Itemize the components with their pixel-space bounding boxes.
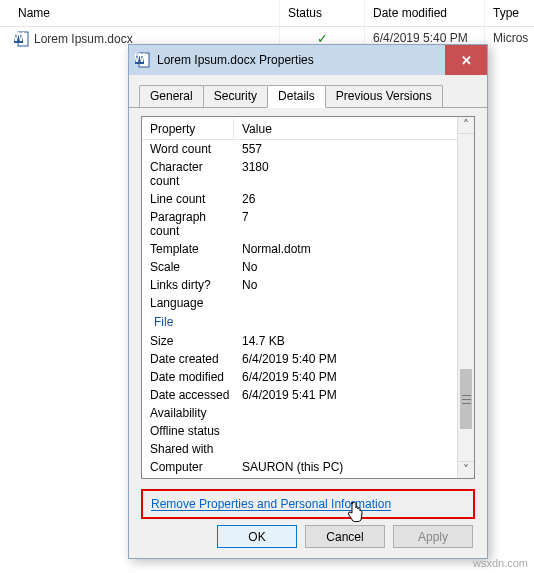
remove-properties-link[interactable]: Remove Properties and Personal Informati… (151, 497, 391, 511)
prop-value (234, 440, 457, 458)
scroll-down-button[interactable]: ˅ (458, 461, 474, 478)
word-doc-icon: W (14, 31, 30, 47)
property-row[interactable]: Paragraph count7 (142, 208, 457, 240)
tab-body: Property Value Word count557 Character c… (129, 108, 487, 558)
scroll-up-button[interactable]: ˄ (458, 117, 474, 134)
prop-value: 14.7 KB (234, 332, 457, 350)
close-icon: ✕ (461, 53, 472, 68)
property-row[interactable]: Date created6/4/2019 5:40 PM (142, 350, 457, 368)
titlebar[interactable]: W Lorem Ipsum.docx Properties ✕ (129, 45, 487, 75)
prop-label: Paragraph count (142, 208, 234, 240)
prop-value: No (234, 276, 457, 294)
property-row[interactable]: Links dirty?No (142, 276, 457, 294)
column-type[interactable]: Type (485, 0, 534, 26)
property-row[interactable]: Shared with (142, 440, 457, 458)
apply-button[interactable]: Apply (393, 525, 473, 548)
column-status[interactable]: Status (280, 0, 365, 26)
column-name[interactable]: Name (0, 0, 280, 26)
highlight-box: Remove Properties and Personal Informati… (141, 489, 475, 519)
properties-scroll-area[interactable]: Property Value Word count557 Character c… (142, 117, 457, 478)
property-row[interactable]: TemplateNormal.dotm (142, 240, 457, 258)
prop-label: Character count (142, 158, 234, 190)
prop-value: SAURON (this PC) (234, 458, 457, 476)
prop-value: 6/4/2019 5:40 PM (234, 350, 457, 368)
properties-header-row[interactable]: Property Value (142, 119, 457, 140)
properties-dialog: W Lorem Ipsum.docx Properties ✕ General … (128, 44, 488, 559)
dialog-buttons: OK Cancel Apply (141, 523, 475, 548)
svg-text:W: W (135, 52, 146, 65)
prop-value: 7 (234, 208, 457, 240)
svg-text:W: W (14, 31, 25, 44)
prop-label: Offline status (142, 422, 234, 440)
prop-label: Availability (142, 404, 234, 422)
prop-label: Line count (142, 190, 234, 208)
scrollbar[interactable]: ˄ ˅ (457, 117, 474, 478)
property-row[interactable]: Date modified6/4/2019 5:40 PM (142, 368, 457, 386)
word-doc-icon: W (135, 52, 151, 68)
watermark: wsxdn.com (473, 557, 528, 569)
scroll-track[interactable] (458, 134, 474, 461)
property-row[interactable]: Character count3180 (142, 158, 457, 190)
prop-value (234, 404, 457, 422)
property-row[interactable]: Language (142, 294, 457, 312)
property-row[interactable]: Availability (142, 404, 457, 422)
properties-list: Property Value Word count557 Character c… (141, 116, 475, 479)
tab-general[interactable]: General (139, 85, 204, 107)
property-row[interactable]: Date accessed6/4/2019 5:41 PM (142, 386, 457, 404)
prop-label: Date modified (142, 368, 234, 386)
prop-value: Normal.dotm (234, 240, 457, 258)
property-row[interactable]: Word count557 (142, 140, 457, 158)
file-name: Lorem Ipsum.docx (34, 32, 133, 46)
tab-previous-versions[interactable]: Previous Versions (325, 85, 443, 107)
column-value[interactable]: Value (234, 119, 457, 139)
property-row[interactable]: ComputerSAURON (this PC) (142, 458, 457, 476)
chevron-down-icon: ˅ (463, 463, 469, 477)
prop-label: Date created (142, 350, 234, 368)
scroll-thumb[interactable] (460, 369, 472, 429)
prop-value: 26 (234, 190, 457, 208)
prop-label: Computer (142, 458, 234, 476)
close-button[interactable]: ✕ (445, 45, 487, 75)
tabs: General Security Details Previous Versio… (129, 75, 487, 108)
property-row[interactable]: Size14.7 KB (142, 332, 457, 350)
prop-label: Shared with (142, 440, 234, 458)
cancel-button[interactable]: Cancel (305, 525, 385, 548)
column-date-modified[interactable]: Date modified (365, 0, 485, 26)
prop-label: Template (142, 240, 234, 258)
scroll-grip-icon (462, 395, 471, 404)
file-type: Micros (485, 27, 534, 51)
prop-value (234, 294, 457, 312)
prop-value: No (234, 258, 457, 276)
prop-value: 557 (234, 140, 457, 158)
property-row[interactable]: ScaleNo (142, 258, 457, 276)
prop-label: Scale (142, 258, 234, 276)
explorer-column-header[interactable]: Name Status Date modified Type (0, 0, 534, 27)
column-property[interactable]: Property (142, 119, 234, 139)
tab-details[interactable]: Details (267, 85, 326, 108)
section-file: File (142, 312, 457, 332)
ok-button[interactable]: OK (217, 525, 297, 548)
prop-value (234, 422, 457, 440)
prop-value: 6/4/2019 5:41 PM (234, 386, 457, 404)
prop-label: Size (142, 332, 234, 350)
prop-label: Links dirty? (142, 276, 234, 294)
prop-value: 3180 (234, 158, 457, 190)
prop-value: 6/4/2019 5:40 PM (234, 368, 457, 386)
prop-label: Language (142, 294, 234, 312)
property-row[interactable]: Line count26 (142, 190, 457, 208)
prop-label: Word count (142, 140, 234, 158)
tab-security[interactable]: Security (203, 85, 268, 107)
property-row[interactable]: Offline status (142, 422, 457, 440)
prop-label: Date accessed (142, 386, 234, 404)
remove-properties-container: Remove Properties and Personal Informati… (141, 489, 475, 519)
dialog-title: Lorem Ipsum.docx Properties (157, 53, 445, 67)
chevron-up-icon: ˄ (463, 118, 469, 132)
